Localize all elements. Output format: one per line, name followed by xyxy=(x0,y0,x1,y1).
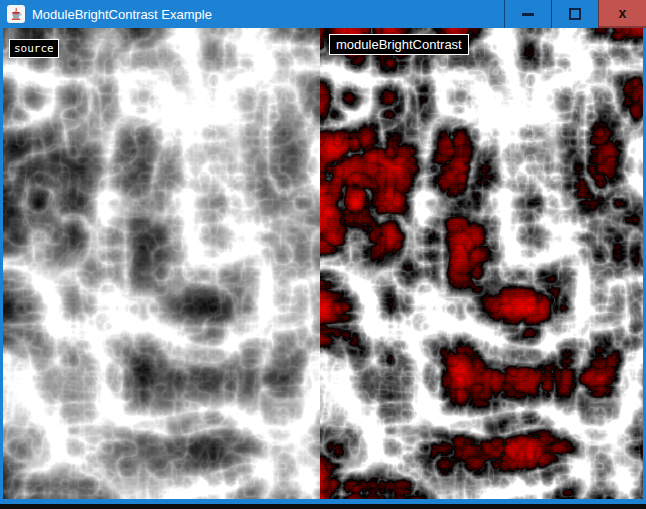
source-image xyxy=(3,28,320,499)
image-display-area: source moduleBrightContrast xyxy=(0,28,646,499)
minimize-icon xyxy=(522,13,534,16)
java-app-icon xyxy=(7,5,25,23)
window-title: ModuleBrightContrast Example xyxy=(32,7,504,22)
modulebrightcontrast-label: moduleBrightContrast xyxy=(329,34,469,55)
titlebar[interactable]: ModuleBrightContrast Example x xyxy=(0,0,646,28)
window-drop-shadow xyxy=(0,504,646,509)
close-icon: x xyxy=(619,6,627,20)
minimize-button[interactable] xyxy=(504,0,551,28)
panel-modulebrightcontrast: moduleBrightContrast xyxy=(320,28,643,499)
panel-source: source xyxy=(3,28,320,499)
maximize-icon xyxy=(569,8,581,20)
source-label: source xyxy=(9,39,59,58)
close-button[interactable]: x xyxy=(598,0,646,28)
window-controls: x xyxy=(504,0,646,28)
app-window: ModuleBrightContrast Example x source mo… xyxy=(0,0,646,509)
maximize-button[interactable] xyxy=(551,0,598,28)
modulebrightcontrast-image xyxy=(320,28,643,499)
